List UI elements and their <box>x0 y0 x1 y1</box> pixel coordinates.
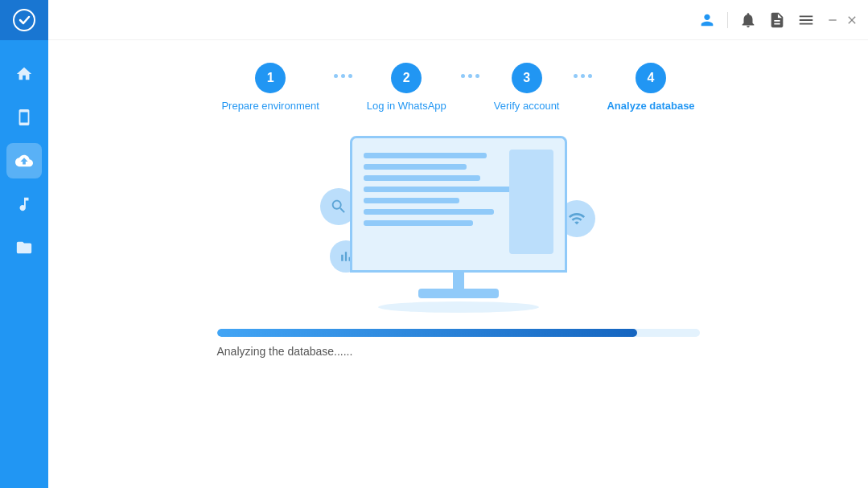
screen-line-1 <box>364 153 487 158</box>
document-icon <box>768 11 786 29</box>
step-3-circle: 3 <box>512 63 542 93</box>
music-icon <box>15 195 33 213</box>
document-button[interactable] <box>768 11 786 29</box>
screen-line-6 <box>364 209 494 215</box>
bell-icon <box>739 11 757 29</box>
step-2-label: Log in WhatsApp <box>367 100 446 112</box>
dots-1-2 <box>334 74 352 78</box>
sidebar-item-backup[interactable] <box>6 143 42 178</box>
backup-icon <box>15 152 33 170</box>
content-area: Analyzing the database...... <box>48 128 868 488</box>
step-1-circle: 1 <box>255 63 286 93</box>
titlebar <box>48 0 868 40</box>
sidebar <box>0 0 48 488</box>
progress-area: Analyzing the database...... <box>217 329 700 358</box>
device-icon <box>15 109 33 126</box>
sidebar-nav <box>6 56 42 488</box>
screen-line-2 <box>364 164 467 170</box>
step-2-circle: 2 <box>391 63 422 93</box>
bell-button[interactable] <box>739 11 757 29</box>
profile-icon <box>698 11 716 29</box>
screen-lines <box>364 150 501 254</box>
sidebar-item-home[interactable] <box>6 56 42 92</box>
step-1-label: Prepare environment <box>221 100 319 112</box>
divider <box>727 12 728 28</box>
sidebar-item-folder[interactable] <box>6 230 42 265</box>
dots-2-3 <box>461 74 479 78</box>
app-logo <box>0 0 48 40</box>
dots-3-4 <box>574 74 592 78</box>
menu-icon <box>797 11 815 29</box>
monitor-screen <box>350 136 567 273</box>
monitor-shadow <box>378 301 539 313</box>
svg-point-0 <box>14 10 35 31</box>
window-controls <box>826 14 858 27</box>
screen-line-4 <box>364 187 515 192</box>
screen-line-5 <box>364 198 460 203</box>
screen-panel <box>509 150 553 254</box>
step-2-number: 2 <box>403 71 410 85</box>
step-2: 2 Log in WhatsApp <box>367 63 446 112</box>
monitor <box>350 136 567 313</box>
step-4: 4 Analyze database <box>607 63 694 112</box>
screen-line-3 <box>364 175 480 181</box>
step-4-circle: 4 <box>636 63 666 93</box>
home-icon <box>15 65 33 83</box>
step-3-label: Verify account <box>494 100 560 112</box>
close-button[interactable] <box>845 14 858 27</box>
titlebar-actions <box>698 11 858 29</box>
step-3-number: 3 <box>523 71 530 85</box>
profile-button[interactable] <box>698 11 716 29</box>
main-content: 1 Prepare environment 2 Log in WhatsApp … <box>48 0 868 488</box>
step-1: 1 Prepare environment <box>221 63 319 112</box>
progress-bar-bg <box>217 329 700 337</box>
step-4-label: Analyze database <box>607 100 694 112</box>
step-3: 3 Verify account <box>494 63 560 112</box>
step-4-number: 4 <box>648 71 655 85</box>
illustration <box>282 136 636 313</box>
monitor-neck <box>453 273 464 289</box>
step-1-number: 1 <box>267 71 274 85</box>
sidebar-item-device[interactable] <box>6 100 42 135</box>
logo-icon <box>13 9 35 31</box>
network-icon <box>568 210 586 228</box>
monitor-base <box>418 289 499 298</box>
progress-label: Analyzing the database...... <box>217 345 700 358</box>
folder-icon <box>15 239 33 256</box>
progress-bar-fill <box>217 329 637 337</box>
steps-bar: 1 Prepare environment 2 Log in WhatsApp … <box>48 40 868 128</box>
screen-line-7 <box>364 220 474 226</box>
search-icon <box>330 198 348 215</box>
minimize-button[interactable] <box>826 14 839 27</box>
menu-button[interactable] <box>797 11 815 29</box>
sidebar-item-music[interactable] <box>6 187 42 222</box>
